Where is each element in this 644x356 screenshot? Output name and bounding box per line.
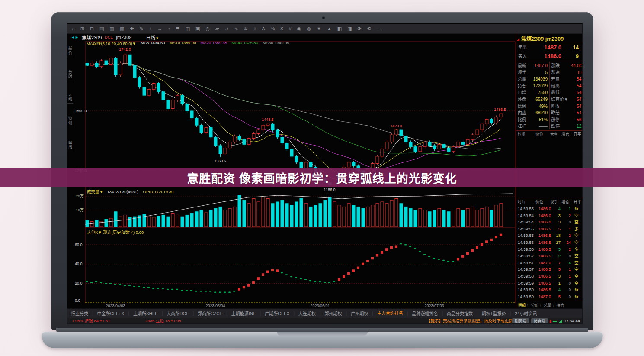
mini-tab-3[interactable]: 持仓 [557,303,564,307]
tab-0[interactable]: 行业分类 [71,310,88,317]
svg-text:1423.0: 1423.0 [390,124,402,128]
trade-direction: 空 [574,259,579,266]
trade-row[interactable]: 14:59:581486.531空 [516,273,583,280]
hash-icon[interactable]: ⌗ [253,26,256,31]
sidebar-item-4[interactable]: 画线 [67,139,73,151]
bars-icon[interactable]: ▦ [120,26,124,31]
wave-icon[interactable]: ∿ [234,26,238,31]
list-icon[interactable]: ≣ [176,26,179,31]
tab-10[interactable]: 主力合约排名 [377,310,403,317]
split-icon[interactable]: ◫ [186,26,190,31]
tab-1[interactable]: 中金所CFFEX [97,310,125,317]
percent-icon[interactable]: % [271,26,275,31]
chevron-down-icon: ▼ [155,36,159,40]
sidebar-item-1[interactable]: 分时 [67,68,73,81]
target-icon[interactable]: ◉ [297,26,301,31]
tab-14[interactable]: 24小时资讯 [515,310,537,317]
tab-3[interactable]: 大商所DCE [167,310,189,317]
tab-7[interactable]: 大连期权 [298,310,316,317]
volume-indicator-label[interactable]: 成交量▼ [87,189,103,194]
tab-separator: | [162,311,163,316]
trade-volume: 5 [553,226,561,233]
text-icon[interactable]: A [262,26,265,31]
add-icon[interactable]: ✚ [130,26,134,31]
quote-label: 现手 [518,69,526,76]
open-interest-value: OPID 172019.30 [143,189,174,194]
svg-text:1742.0: 1742.0 [119,47,131,52]
trade-row[interactable]: 14:59:561486.532多 [516,246,583,253]
half-left-icon[interactable]: ◧ [337,26,342,31]
trade-row[interactable]: 14:59:591486.510空 [516,280,583,287]
trade-row[interactable]: 14:59:551486.5182空 [516,232,583,239]
trade-time: 14:59:55 [518,226,534,233]
trade-row[interactable]: 14:59:531486.04-1多 [516,205,583,212]
trade-row[interactable]: 14:59:591486.540多 [516,286,583,293]
nav-arrows-icon[interactable]: ◄► [71,35,79,39]
divider [516,198,583,198]
divider [516,130,583,131]
crosshair-icon[interactable]: ⌖ [149,26,152,31]
trades-mini-tabs: 明细 \ 分价 \ 总量 \ 持仓 [516,302,583,308]
trade-row[interactable]: 14:59:571486.520空 [516,252,583,259]
disc-icon[interactable]: ◍ [307,26,311,31]
trade-direction: 空 [574,219,579,226]
trade-row[interactable]: 14:59:591487.050多 [516,293,583,300]
trade-row[interactable]: 14:59:541486.032空 [516,212,583,219]
mini-tab-1[interactable]: 分价 [531,303,539,307]
tab-6[interactable]: 广期所GFEX [265,310,289,317]
tab-13[interactable]: 期权T型报价 [482,310,506,317]
period-selector[interactable]: 日线▼ [146,34,159,41]
bid-row[interactable]: 买入1486.09 [516,52,583,61]
trade-row[interactable]: 14:59:571486.551空 [516,266,583,273]
trade-row[interactable]: 14:59:551486.551多 [516,226,583,233]
indicator-pane-header[interactable]: 大单K▼ 现连(历史和数字) 0.00 [87,229,144,235]
draw-icon[interactable]: ✎ [140,26,144,31]
ask-row[interactable]: 卖出1487.014 [516,43,583,52]
home-icon[interactable]: ⌂ [72,26,75,31]
triangle-icon[interactable]: ⊿ [225,26,229,31]
box-icon[interactable]: ▣ [195,26,200,31]
chart-icon[interactable]: ▤ [99,26,104,31]
grid-icon[interactable]: ⊞ [80,26,84,31]
tab-5[interactable]: 上期能源INE [231,310,256,317]
sidebar-item-0[interactable]: 报价 [67,45,73,57]
waves-icon[interactable]: ≋ [244,26,248,31]
half-right-icon[interactable]: ◨ [347,26,352,31]
ask-qty: 14 [573,43,579,52]
scene: ⌂⊞⊟▤▥▦✚✎⌖↔↕≣◫▣◴▱⊿∿≋⌗A%$#◉◍▼▲◧◨⟳⟲⋯ 报价分时K线… [0,0,644,356]
sidebar-item-2[interactable]: K线 [67,92,73,104]
number-icon[interactable]: # [289,26,292,31]
sidebar-item-3[interactable]: 资讯 [67,115,73,127]
mini-tab-0[interactable]: 明细 [518,303,526,307]
tab-9[interactable]: 广州期权 [351,310,368,317]
collapse-icon[interactable]: ⊟ [90,26,94,31]
tab-11[interactable]: 品种涨幅排名 [412,310,438,317]
v-scale-icon[interactable]: ↕ [168,26,170,31]
tab-8[interactable]: 郑州期权 [325,310,342,317]
trade-volume: 3 [553,273,561,280]
h-scale-icon[interactable]: ↔ [157,26,162,31]
simulation-terminal-button[interactable]: 仿真端 [531,318,548,324]
clock-icon[interactable]: ◴ [205,26,210,31]
trade-row[interactable]: 14:59:541486.030空 [516,219,583,226]
laptop-base [42,332,603,348]
currency-icon[interactable]: $ [281,26,283,31]
tab-2[interactable]: 上期所SHFE [133,310,158,317]
candle-icon[interactable]: ▥ [110,26,114,31]
shape-icon[interactable]: ▱ [215,26,219,31]
tab-4[interactable]: 郑商所CZCE [198,310,222,317]
news-ticker[interactable]: 【提示】交易所结算参数调整，请及时下载更新 [426,318,513,324]
undo-icon[interactable]: ⟲ [367,26,371,31]
trade-row[interactable]: 14:59:561486.52724空 [516,239,583,246]
redo-icon[interactable]: ⟳ [358,26,362,31]
futures-terminal-button[interactable]: 期货端 [512,318,529,324]
webcam-icon [322,16,325,19]
col-header: 增仓 [561,199,569,204]
more-icon[interactable]: ⋯ [377,26,381,31]
mini-tab-2[interactable]: 总量 [544,303,551,307]
tab-12[interactable]: 商品分类指数 [447,310,473,317]
down-icon[interactable]: ▼ [317,26,321,31]
trade-row[interactable]: 14:59:571487.07-4空 [516,259,583,266]
quote-value: —— [528,123,548,130]
up-icon[interactable]: ▲ [327,26,332,31]
